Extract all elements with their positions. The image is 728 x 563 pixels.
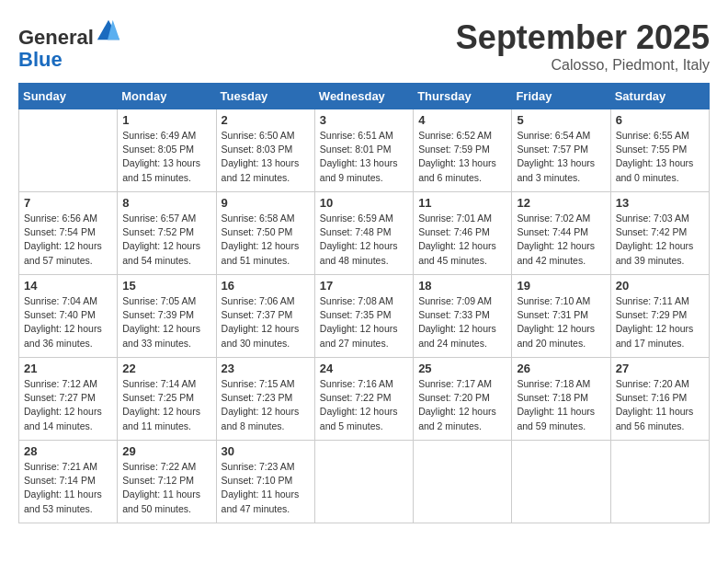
- calendar-cell: 15Sunrise: 7:05 AM Sunset: 7:39 PM Dayli…: [118, 275, 216, 358]
- page-header: General Blue September 2025 Calosso, Pie…: [18, 18, 710, 74]
- logo-icon: [96, 18, 121, 44]
- calendar-cell: 21Sunrise: 7:12 AM Sunset: 7:27 PM Dayli…: [19, 358, 118, 441]
- day-number: 19: [517, 279, 605, 293]
- cell-info: Sunrise: 7:18 AM Sunset: 7:18 PM Dayligh…: [517, 377, 605, 433]
- day-number: 16: [222, 279, 310, 293]
- cell-info: Sunrise: 6:52 AM Sunset: 7:59 PM Dayligh…: [418, 129, 506, 185]
- day-number: 23: [222, 362, 310, 375]
- calendar-table: SundayMondayTuesdayWednesdayThursdayFrid…: [18, 83, 710, 523]
- col-header-friday: Friday: [512, 84, 610, 109]
- cell-info: Sunrise: 7:21 AM Sunset: 7:14 PM Dayligh…: [24, 460, 112, 516]
- calendar-cell: 27Sunrise: 7:20 AM Sunset: 7:16 PM Dayli…: [610, 358, 709, 441]
- month-title: September 2025: [456, 18, 710, 57]
- cell-info: Sunrise: 7:10 AM Sunset: 7:31 PM Dayligh…: [517, 294, 605, 350]
- day-number: 29: [122, 444, 210, 458]
- day-number: 5: [517, 113, 605, 127]
- calendar-cell: 1Sunrise: 6:49 AM Sunset: 8:05 PM Daylig…: [118, 109, 216, 192]
- calendar-cell: 12Sunrise: 7:02 AM Sunset: 7:44 PM Dayli…: [512, 192, 610, 275]
- location: Calosso, Piedmont, Italy: [456, 57, 710, 74]
- calendar-cell: 11Sunrise: 7:01 AM Sunset: 7:46 PM Dayli…: [414, 192, 512, 275]
- day-number: 22: [122, 362, 210, 375]
- cell-info: Sunrise: 7:08 AM Sunset: 7:35 PM Dayligh…: [320, 294, 408, 350]
- calendar-cell: 26Sunrise: 7:18 AM Sunset: 7:18 PM Dayli…: [512, 358, 610, 441]
- day-number: 12: [517, 196, 605, 210]
- day-number: 1: [122, 113, 210, 127]
- calendar-cell: 30Sunrise: 7:23 AM Sunset: 7:10 PM Dayli…: [216, 441, 314, 523]
- day-number: 9: [222, 196, 310, 210]
- day-number: 20: [616, 279, 704, 293]
- day-number: 4: [418, 113, 506, 127]
- day-number: 25: [418, 362, 506, 375]
- calendar-cell: 6Sunrise: 6:55 AM Sunset: 7:55 PM Daylig…: [610, 109, 709, 192]
- day-number: 13: [616, 196, 704, 210]
- calendar-cell: [610, 441, 709, 523]
- cell-info: Sunrise: 7:17 AM Sunset: 7:20 PM Dayligh…: [418, 377, 506, 433]
- cell-info: Sunrise: 7:16 AM Sunset: 7:22 PM Dayligh…: [320, 377, 408, 433]
- cell-info: Sunrise: 6:54 AM Sunset: 7:57 PM Dayligh…: [517, 129, 605, 185]
- col-header-saturday: Saturday: [610, 84, 709, 109]
- calendar-cell: 9Sunrise: 6:58 AM Sunset: 7:50 PM Daylig…: [216, 192, 314, 275]
- day-number: 27: [616, 362, 704, 375]
- calendar-cell: 4Sunrise: 6:52 AM Sunset: 7:59 PM Daylig…: [414, 109, 512, 192]
- calendar-cell: 7Sunrise: 6:56 AM Sunset: 7:54 PM Daylig…: [19, 192, 118, 275]
- day-number: 3: [320, 113, 408, 127]
- day-number: 24: [320, 362, 408, 375]
- day-number: 15: [122, 279, 210, 293]
- calendar-cell: 17Sunrise: 7:08 AM Sunset: 7:35 PM Dayli…: [314, 275, 413, 358]
- cell-info: Sunrise: 7:12 AM Sunset: 7:27 PM Dayligh…: [24, 377, 112, 433]
- calendar-cell: 20Sunrise: 7:11 AM Sunset: 7:29 PM Dayli…: [610, 275, 709, 358]
- cell-info: Sunrise: 7:09 AM Sunset: 7:33 PM Dayligh…: [418, 294, 506, 350]
- col-header-sunday: Sunday: [19, 84, 118, 109]
- day-number: 18: [418, 279, 506, 293]
- week-row-4: 21Sunrise: 7:12 AM Sunset: 7:27 PM Dayli…: [19, 358, 710, 441]
- cell-info: Sunrise: 7:04 AM Sunset: 7:40 PM Dayligh…: [24, 294, 112, 350]
- cell-info: Sunrise: 6:51 AM Sunset: 8:01 PM Dayligh…: [320, 129, 408, 185]
- calendar-cell: 3Sunrise: 6:51 AM Sunset: 8:01 PM Daylig…: [314, 109, 413, 192]
- calendar-cell: 23Sunrise: 7:15 AM Sunset: 7:23 PM Dayli…: [216, 358, 314, 441]
- logo: General Blue: [18, 18, 121, 71]
- week-row-5: 28Sunrise: 7:21 AM Sunset: 7:14 PM Dayli…: [19, 441, 710, 523]
- day-number: 21: [24, 362, 112, 375]
- cell-info: Sunrise: 6:59 AM Sunset: 7:48 PM Dayligh…: [320, 212, 408, 268]
- cell-info: Sunrise: 6:50 AM Sunset: 8:03 PM Dayligh…: [222, 129, 310, 185]
- cell-info: Sunrise: 7:06 AM Sunset: 7:37 PM Dayligh…: [222, 294, 310, 350]
- cell-info: Sunrise: 7:01 AM Sunset: 7:46 PM Dayligh…: [418, 212, 506, 268]
- calendar-cell: [314, 441, 413, 523]
- day-number: 6: [616, 113, 704, 127]
- calendar-cell: 10Sunrise: 6:59 AM Sunset: 7:48 PM Dayli…: [314, 192, 413, 275]
- day-number: 30: [222, 444, 310, 458]
- calendar-cell: 13Sunrise: 7:03 AM Sunset: 7:42 PM Dayli…: [610, 192, 709, 275]
- col-header-monday: Monday: [118, 84, 216, 109]
- day-number: 8: [122, 196, 210, 210]
- cell-info: Sunrise: 6:49 AM Sunset: 8:05 PM Dayligh…: [122, 129, 210, 185]
- cell-info: Sunrise: 6:56 AM Sunset: 7:54 PM Dayligh…: [24, 212, 112, 268]
- calendar-cell: 8Sunrise: 6:57 AM Sunset: 7:52 PM Daylig…: [118, 192, 216, 275]
- calendar-cell: 2Sunrise: 6:50 AM Sunset: 8:03 PM Daylig…: [216, 109, 314, 192]
- day-number: 17: [320, 279, 408, 293]
- logo-blue: Blue: [18, 48, 63, 71]
- calendar-cell: 29Sunrise: 7:22 AM Sunset: 7:12 PM Dayli…: [118, 441, 216, 523]
- cell-info: Sunrise: 7:14 AM Sunset: 7:25 PM Dayligh…: [122, 377, 210, 433]
- calendar-cell: 25Sunrise: 7:17 AM Sunset: 7:20 PM Dayli…: [414, 358, 512, 441]
- col-header-wednesday: Wednesday: [314, 84, 413, 109]
- calendar-cell: 18Sunrise: 7:09 AM Sunset: 7:33 PM Dayli…: [414, 275, 512, 358]
- week-row-3: 14Sunrise: 7:04 AM Sunset: 7:40 PM Dayli…: [19, 275, 710, 358]
- calendar-cell: [19, 109, 118, 192]
- calendar-cell: [512, 441, 610, 523]
- cell-info: Sunrise: 7:02 AM Sunset: 7:44 PM Dayligh…: [517, 212, 605, 268]
- calendar-cell: 19Sunrise: 7:10 AM Sunset: 7:31 PM Dayli…: [512, 275, 610, 358]
- calendar-cell: 22Sunrise: 7:14 AM Sunset: 7:25 PM Dayli…: [118, 358, 216, 441]
- calendar-cell: [414, 441, 512, 523]
- week-row-2: 7Sunrise: 6:56 AM Sunset: 7:54 PM Daylig…: [19, 192, 710, 275]
- header-row: SundayMondayTuesdayWednesdayThursdayFrid…: [19, 84, 710, 109]
- calendar-cell: 14Sunrise: 7:04 AM Sunset: 7:40 PM Dayli…: [19, 275, 118, 358]
- day-number: 10: [320, 196, 408, 210]
- logo-general: General: [18, 26, 94, 49]
- cell-info: Sunrise: 7:05 AM Sunset: 7:39 PM Dayligh…: [122, 294, 210, 350]
- cell-info: Sunrise: 7:11 AM Sunset: 7:29 PM Dayligh…: [616, 294, 704, 350]
- day-number: 26: [517, 362, 605, 375]
- cell-info: Sunrise: 7:03 AM Sunset: 7:42 PM Dayligh…: [616, 212, 704, 268]
- title-block: September 2025 Calosso, Piedmont, Italy: [456, 18, 710, 74]
- cell-info: Sunrise: 7:15 AM Sunset: 7:23 PM Dayligh…: [222, 377, 310, 433]
- calendar-cell: 24Sunrise: 7:16 AM Sunset: 7:22 PM Dayli…: [314, 358, 413, 441]
